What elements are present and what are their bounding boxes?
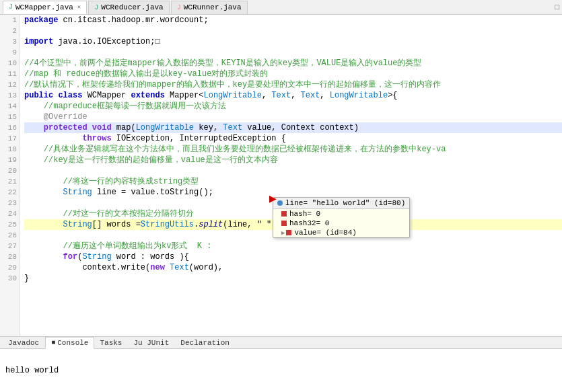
comment-19: //key是这一行行数据的起始偏移量，value是这一行的文本内容 (24, 155, 278, 165)
gutter-2: 2 (1, 26, 17, 36)
kw-extends-13: extends (131, 90, 164, 101)
type-longwritable-13b: LongWritable (330, 90, 388, 101)
debug-value-icon (286, 230, 291, 235)
gutter-18: 18 (1, 144, 17, 155)
tab-wcrunner[interactable]: J WCRunner.java (171, 1, 248, 14)
comment-11: //map 和 reduce的数据输入输出是以key-value对的形式封装的 (24, 69, 268, 79)
tab-console[interactable]: ■ Console (45, 337, 94, 349)
debug-hash32-label: hash32= 0 (289, 219, 329, 227)
gutter-10: 10 (1, 58, 17, 69)
debug-popup-header: line= "hello world" (id=80) (273, 198, 409, 209)
maximize-button[interactable]: □ (555, 3, 559, 11)
code-16e: value, Context context) (242, 122, 359, 133)
kw-public-13: public (24, 90, 53, 101)
gutter-13: 13 (1, 90, 17, 101)
tab-javadoc[interactable]: Javadoc (3, 337, 45, 349)
code-line-28: for ( String word : words ){ (24, 251, 562, 262)
debug-row-value[interactable]: ▶ value= (id=84) (273, 228, 409, 237)
code-editor[interactable]: package cn.itcast.hadoop.mr.wordcount; i… (20, 15, 562, 377)
code-29a: context.write( (24, 262, 150, 273)
debug-hash-label: hash= 0 (289, 210, 320, 218)
code-30: } (24, 273, 29, 284)
console-output-text: hello world (5, 366, 59, 375)
debug-value-expand-icon[interactable]: ▶ (281, 229, 285, 237)
code-line-29: context.write( new Text (word), (24, 262, 562, 273)
wcrunner-file-icon: J (177, 4, 181, 11)
wcreducer-file-icon: J (94, 4, 98, 11)
tab-declaration[interactable]: Declaration (175, 337, 236, 349)
tab-javadoc-label: Javadoc (8, 339, 39, 347)
kw-protected-16: protected (44, 122, 87, 133)
tab-wcmapper-label: WCMapper.java (15, 3, 73, 11)
code-line-22: String line = value.toString(); (24, 187, 562, 198)
gutter-27: 27 (1, 241, 17, 251)
comment-21: //将这一行的内容转换成string类型 (24, 176, 199, 187)
code-line-27: //遍历这个单词数组输出为kv形式 K : (24, 241, 562, 251)
console-output: hello world (0, 349, 562, 392)
kw-for-28: for (63, 251, 78, 262)
gutter-24: 24 (1, 208, 17, 219)
gutter-25: 25▶ (1, 219, 17, 230)
kw-new-29: new (150, 262, 165, 273)
code-line-15: @Override (24, 112, 562, 122)
wcmapper-file-icon: J (9, 3, 13, 11)
code-package-name: cn.itcast.hadoop.mr.wordcount; (58, 15, 208, 26)
tab-junit-label: Ju JUnit (133, 339, 169, 347)
gutter-14: 14 (1, 101, 17, 112)
line-number-gutter: 1 2 3▶ 9 10 11 12 13 14 15 16▶ 17 18 19 … (0, 15, 20, 377)
code-16a (24, 122, 44, 133)
code-17b: IOException, InterruptedException { (112, 133, 286, 144)
bottom-tab-bar: Javadoc ■ Console Tasks Ju JUnit Declara… (0, 337, 562, 349)
tab-wcreducer[interactable]: J WCReducer.java (88, 1, 169, 14)
code-line-16: protected void map( LongWritable key, Te… (24, 122, 562, 133)
type-stringutils-25: StringUtils (141, 219, 194, 230)
code-22b: line = value.toString(); (92, 187, 213, 198)
method-split-25: split (199, 219, 223, 230)
code-line-17: throws IOException, InterruptedException… (24, 133, 562, 144)
tab-declaration-label: Declaration (180, 339, 230, 347)
tab-tasks[interactable]: Tasks (94, 337, 128, 349)
type-text-13b: Text (301, 90, 320, 101)
gutter-15: 15 (1, 112, 17, 122)
debug-header-text: line= "hello world" (id=80) (285, 199, 405, 207)
comment-18: //具体业务逻辑就写在这个方法体中，而且我们业务要处理的数据已经被框架传递进来，… (24, 144, 446, 155)
gutter-30: 30 (1, 273, 17, 284)
gutter-20: 20 (1, 165, 17, 176)
gutter-21: 21 (1, 176, 17, 187)
type-lw-16: LongWritable (136, 122, 194, 133)
code-line-9 (24, 47, 562, 58)
debug-arrow-icon: ▶ (269, 191, 277, 206)
gutter-16: 16▶ (1, 122, 17, 133)
code-25b: [] words = (92, 219, 141, 230)
gutter-1: 1 (1, 15, 17, 26)
space-16b (87, 122, 92, 133)
kw-void-16: void (92, 122, 112, 133)
comment-10: //4个泛型中，前两个是指定mapper输入数据的类型，KEYIN是输入的key… (24, 58, 421, 69)
comment-24: //对这一行的文本按指定分隔符切分 (24, 208, 194, 219)
tab-console-label: Console (57, 339, 88, 347)
debug-dot-icon (277, 200, 283, 206)
space-13a (53, 90, 58, 101)
debug-hash32-icon (281, 221, 287, 226)
debug-hash-icon (281, 211, 287, 217)
gutter-17: 17 (1, 133, 17, 144)
debug-row-hash: hash= 0 (273, 209, 409, 219)
tab-wcmapper-close[interactable]: ✕ (77, 3, 81, 11)
code-line-19: //key是这一行行数据的起始偏移量，value是这一行的文本内容 (24, 155, 562, 165)
gutter-3: 3▶ (1, 36, 17, 47)
editor-container: 1 2 3▶ 9 10 11 12 13 14 15 16▶ 17 18 19 … (0, 15, 562, 377)
type-text-16: Text (223, 122, 242, 133)
tab-bar: J WCMapper.java ✕ J WCReducer.java J WCR… (0, 0, 562, 15)
code-29c: (word), (189, 262, 223, 273)
code-13f: >{ (388, 90, 397, 101)
code-line-3: import java.io.IOException;□ (24, 36, 562, 47)
type-string-22: String (63, 187, 92, 198)
tab-tasks-label: Tasks (100, 339, 122, 347)
tab-junit[interactable]: Ju JUnit (128, 337, 175, 349)
tab-wcmapper[interactable]: J WCMapper.java ✕ (3, 1, 87, 14)
code-line-10: //4个泛型中，前两个是指定mapper输入数据的类型，KEYIN是输入的key… (24, 58, 562, 69)
type-string-25: String (63, 219, 92, 230)
code-13e: , (320, 90, 329, 101)
code-13: WCMapper (82, 90, 131, 101)
code-line-20 (24, 165, 562, 176)
